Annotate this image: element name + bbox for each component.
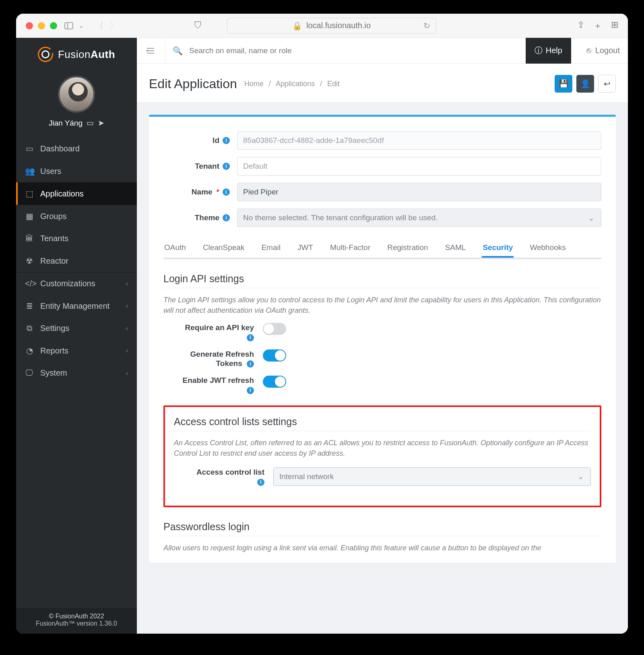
zoom-window-icon[interactable]	[50, 22, 57, 29]
sidebar-item-applications[interactable]: ⬚ Applications	[16, 182, 137, 205]
tab-jwt[interactable]: JWT	[297, 238, 314, 258]
info-icon[interactable]: i	[223, 137, 230, 144]
address-bar[interactable]: 🔒 local.fusionauth.io ↻	[227, 18, 436, 34]
field-label: Name*i	[163, 188, 230, 196]
tab-multi-factor[interactable]: Multi-Factor	[329, 238, 371, 258]
manage-user-button[interactable]: 👤	[576, 75, 594, 93]
lock-icon: 🔒	[292, 21, 302, 31]
toggle-generate-refresh[interactable]	[263, 349, 286, 362]
chevron-down-icon[interactable]: ⌄	[79, 23, 84, 29]
logout-icon: ⎋	[586, 46, 591, 55]
back-button[interactable]: ↩	[598, 75, 616, 93]
tab-webhooks[interactable]: Webhooks	[529, 238, 566, 258]
tab-cleanspeak[interactable]: CleanSpeak	[202, 238, 246, 258]
code-icon: </>	[25, 279, 34, 288]
reply-icon: ↩	[604, 79, 611, 89]
tab-security[interactable]: Security	[482, 238, 514, 258]
toggle-label: Generate Refresh Tokens i	[163, 349, 254, 369]
sidebar-collapse-button[interactable]	[143, 47, 158, 54]
header-actions: 💾 👤 ↩	[555, 75, 616, 93]
toggle-row-require-api-key: Require an API key i	[163, 323, 601, 342]
sidebar: FusionAuth Jian Yáng ▭ ➤ ▭ Dashboard 👥	[16, 38, 137, 634]
sidebar-item-reports[interactable]: ◔ Reports ‹	[16, 339, 137, 362]
close-window-icon[interactable]	[26, 22, 33, 29]
sidebar-item-label: Users	[40, 167, 61, 176]
chevron-left-icon: ‹	[126, 325, 128, 332]
tab-saml[interactable]: SAML	[444, 238, 467, 258]
sidebar-item-tenants[interactable]: 🏛 Tenants	[16, 227, 137, 250]
refresh-icon[interactable]: ↻	[423, 21, 430, 31]
sidebar-item-groups[interactable]: ▦ Groups	[16, 205, 137, 227]
info-icon[interactable]: i	[247, 387, 254, 394]
content: Idi Tenanti Name*i	[137, 103, 628, 634]
field-label: Tenanti	[163, 162, 230, 171]
nav-forward-icon[interactable]: 〉	[109, 20, 118, 32]
sidebar-item-label: Dashboard	[40, 144, 80, 153]
name-input[interactable]	[237, 183, 601, 201]
tab-registration[interactable]: Registration	[386, 238, 429, 258]
info-icon[interactable]: i	[223, 214, 230, 221]
theme-select[interactable]: No theme selected. The tenant configurat…	[237, 209, 601, 227]
id-input	[237, 131, 601, 150]
sidebar-item-system[interactable]: 🖵 System ‹	[16, 362, 137, 384]
info-icon[interactable]: i	[223, 163, 230, 170]
tab-oauth[interactable]: OAuth	[163, 238, 187, 258]
minimize-window-icon[interactable]	[38, 22, 45, 29]
app-frame: FusionAuth Jian Yáng ▭ ➤ ▭ Dashboard 👥	[16, 38, 628, 634]
user-icon: 👤	[580, 79, 590, 89]
toggle-require-api-key[interactable]	[263, 323, 286, 335]
toggle-label: Require an API key i	[163, 323, 254, 342]
share-icon[interactable]: ⇪	[577, 20, 584, 32]
search-input[interactable]	[188, 46, 382, 56]
info-icon[interactable]: i	[247, 360, 254, 368]
section-desc: The Login API settings allow you to cont…	[163, 295, 601, 316]
sidebar-item-reactor[interactable]: ☢ Reactor	[16, 250, 137, 272]
logout-button[interactable]: ⎋ Logout	[586, 46, 620, 55]
save-icon: 💾	[559, 79, 569, 89]
nav-primary: ▭ Dashboard 👥 Users ⬚ Applications ▦ Gro…	[16, 137, 137, 272]
section-heading: Access control lists settings	[174, 416, 591, 428]
sidebar-item-entity-management[interactable]: ≣ Entity Management ‹	[16, 295, 137, 317]
nav-back-icon[interactable]: 〈	[95, 20, 104, 32]
breadcrumb: Home / Applications / Edit	[244, 80, 340, 88]
info-icon[interactable]: i	[223, 188, 230, 196]
sidebar-item-label: Customizations	[40, 279, 95, 288]
titlebar-right: ⇪ ＋ ⊞	[577, 20, 618, 32]
section-desc: An Access Control List, often referred t…	[174, 438, 591, 459]
sidebar-item-users[interactable]: 👥 Users	[16, 160, 137, 182]
help-icon: ⓘ	[535, 45, 543, 56]
page-title: Edit Application	[149, 76, 237, 91]
sidebar-toggle-icon[interactable]: ⌄	[64, 22, 84, 29]
toggle-enable-jwt-refresh[interactable]	[263, 376, 286, 388]
tenants-icon: 🏛	[25, 234, 34, 243]
users-icon: 👥	[25, 166, 34, 176]
help-button[interactable]: ⓘ Help	[526, 38, 571, 64]
sidebar-item-customizations[interactable]: </> Customizations ‹	[16, 273, 137, 295]
search-icon: 🔍	[173, 46, 183, 56]
new-tab-icon[interactable]: ＋	[593, 20, 602, 32]
sidebar-item-dashboard[interactable]: ▭ Dashboard	[16, 137, 137, 160]
sidebar-item-label: Reactor	[40, 256, 68, 266]
id-card-icon[interactable]: ▭	[87, 118, 94, 128]
crumb-applications[interactable]: Applications	[276, 80, 315, 88]
sidebar-item-settings[interactable]: ⧉ Settings ‹	[16, 317, 137, 339]
save-button[interactable]: 💾	[555, 75, 572, 93]
tabs-grid-icon[interactable]: ⊞	[611, 20, 618, 32]
crumb-current: Edit	[327, 80, 340, 88]
brand[interactable]: FusionAuth	[16, 38, 137, 71]
toggle-row-generate-refresh: Generate Refresh Tokens i	[163, 349, 601, 369]
avatar[interactable]	[58, 76, 95, 113]
sidebar-item-label: Reports	[40, 346, 68, 355]
info-icon[interactable]: i	[247, 334, 254, 341]
crumb-home[interactable]: Home	[244, 80, 264, 88]
location-arrow-icon[interactable]: ➤	[98, 118, 104, 128]
acl-select[interactable]: Internal network ⌄	[273, 467, 591, 486]
acl-select-row: Access control list i Internal network ⌄	[174, 467, 591, 487]
section-acl-highlight: Access control lists settings An Access …	[163, 405, 601, 508]
theme-select-value: No theme selected. The tenant configurat…	[243, 213, 438, 222]
shield-icon[interactable]: ⛉	[194, 21, 202, 31]
sidebar-item-label: Groups	[40, 212, 67, 221]
main: 🔍 ⓘ Help ⎋ Logout Edit Application Home …	[137, 38, 628, 634]
info-icon[interactable]: i	[257, 479, 264, 486]
tab-email[interactable]: Email	[260, 238, 281, 258]
